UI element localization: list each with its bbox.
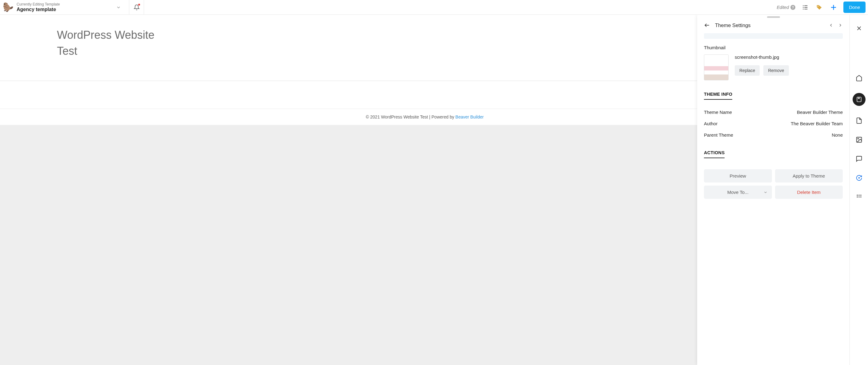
beaver-logo-icon: 🦫 <box>2 2 13 13</box>
delete-button[interactable]: Delete Item <box>775 186 843 199</box>
footer-link[interactable]: Beaver Builder <box>456 115 484 119</box>
svg-point-3 <box>803 5 803 6</box>
svg-point-16 <box>857 195 858 196</box>
thumbnail-filename: screenshot-thumb.jpg <box>735 55 789 60</box>
remove-button[interactable]: Remove <box>763 65 788 76</box>
svg-point-14 <box>858 138 859 139</box>
canvas-area: WordPress Website Test © 2021 WordPress … <box>0 15 849 365</box>
parent-key: Parent Theme <box>704 132 733 138</box>
apps-icon[interactable] <box>855 193 863 201</box>
done-button[interactable]: Done <box>843 2 866 13</box>
theme-settings-panel: Theme Settings Thumbnail screenshot-thum… <box>697 15 849 365</box>
svg-point-15 <box>858 177 860 179</box>
svg-point-20 <box>859 196 859 197</box>
chevron-down-icon[interactable] <box>114 3 123 12</box>
comment-icon[interactable] <box>855 154 863 163</box>
home-icon[interactable] <box>855 74 863 83</box>
edited-text: Edited <box>777 5 789 10</box>
document-icon[interactable] <box>855 116 863 125</box>
panel-body: Thumbnail screenshot-thumb.jpg Replace R… <box>697 33 849 365</box>
template-title: Agency template <box>17 6 60 12</box>
svg-point-17 <box>859 195 859 196</box>
input-field[interactable] <box>704 33 843 39</box>
page-heading: WordPress Website Test <box>57 27 793 59</box>
panel-title: Theme Settings <box>715 23 824 28</box>
image-icon[interactable] <box>855 135 863 144</box>
add-button[interactable] <box>829 3 838 12</box>
svg-point-6 <box>817 5 818 6</box>
theme-name-key: Theme Name <box>704 110 732 115</box>
author-val: The Beaver Builder Team <box>791 121 843 126</box>
svg-point-19 <box>857 196 858 197</box>
right-rail <box>849 15 868 365</box>
sync-icon[interactable] <box>855 174 863 182</box>
template-selector[interactable]: 🦫 Currently Editing Template Agency temp… <box>0 0 129 14</box>
heading-line2: Test <box>57 44 77 57</box>
help-icon[interactable]: ? <box>790 5 795 10</box>
author-row: Author The Beaver Builder Team <box>704 118 843 129</box>
chevron-down-icon <box>763 190 768 194</box>
topbar: 🦫 Currently Editing Template Agency temp… <box>0 0 868 15</box>
next-icon[interactable] <box>838 23 843 28</box>
title-block: Currently Editing Template Agency templa… <box>17 2 60 12</box>
thumbnail-row: screenshot-thumb.jpg Replace Remove <box>704 55 843 80</box>
svg-point-21 <box>860 196 861 197</box>
bell-icon <box>133 4 140 10</box>
outline-icon[interactable] <box>801 3 809 12</box>
prev-icon[interactable] <box>829 23 834 28</box>
heading-line1: WordPress Website <box>57 29 155 41</box>
svg-point-18 <box>860 195 861 196</box>
notification-dot <box>138 4 140 5</box>
editing-eyebrow: Currently Editing Template <box>17 2 60 6</box>
preview-button[interactable]: Preview <box>704 169 772 183</box>
tag-icon[interactable] <box>815 3 824 12</box>
topbar-right: Edited ? Done <box>777 2 868 13</box>
thumbnail-image[interactable] <box>704 55 728 80</box>
svg-point-4 <box>803 7 803 7</box>
close-icon[interactable] <box>855 24 863 33</box>
author-key: Author <box>704 121 717 126</box>
notifications-button[interactable] <box>129 0 144 14</box>
parent-val: None <box>832 132 843 138</box>
move-to-label: Move To... <box>727 190 749 195</box>
theme-name-row: Theme Name Beaver Builder Theme <box>704 107 843 118</box>
actions-heading: ACTIONS <box>704 150 724 158</box>
move-to-button[interactable]: Move To... <box>704 186 772 199</box>
footer-text: © 2021 WordPress Website Test | Powered … <box>366 115 456 119</box>
theme-name-val: Beaver Builder Theme <box>797 110 843 115</box>
panel-header: Theme Settings <box>697 18 849 33</box>
theme-info-heading: THEME INFO <box>704 92 732 100</box>
bookmark-icon[interactable] <box>852 93 866 106</box>
edited-status: Edited ? <box>777 5 795 10</box>
parent-theme-row: Parent Theme None <box>704 129 843 141</box>
apply-button[interactable]: Apply to Theme <box>775 169 843 183</box>
replace-button[interactable]: Replace <box>735 65 760 76</box>
thumbnail-label: Thumbnail <box>704 45 843 50</box>
back-icon[interactable] <box>704 22 710 28</box>
svg-point-5 <box>803 9 803 9</box>
